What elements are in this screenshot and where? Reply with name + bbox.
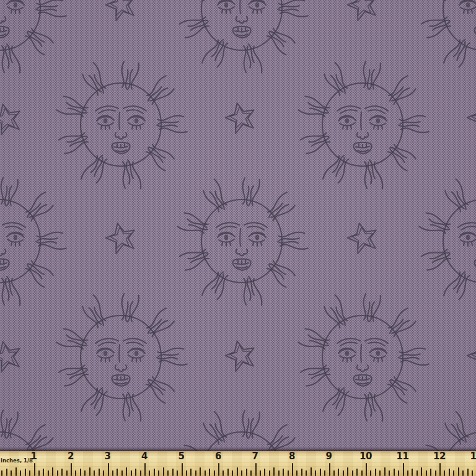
sun-face-motif: [167, 167, 316, 315]
ruler-tick: [260, 470, 261, 476]
star-motif: [104, 0, 138, 22]
star-motif: [345, 221, 380, 255]
ruler-tick: [209, 469, 210, 476]
ruler-tick: [269, 470, 270, 476]
star-motif: [223, 338, 258, 373]
star-motif: [104, 221, 138, 255]
ruler-tick: [154, 469, 155, 476]
ruler-tick: [296, 470, 298, 476]
ruler-tick: [140, 470, 141, 476]
ruler-tick: [200, 467, 201, 476]
ruler-tick: [48, 470, 49, 476]
star-motif: [465, 100, 476, 135]
ruler-tick: [264, 469, 265, 476]
ruler-tick: [343, 470, 344, 476]
ruler-tick: [333, 470, 335, 476]
ruler-tick: [227, 469, 229, 476]
ruler-inch-number: 1: [31, 452, 37, 461]
ruler-tick: [80, 469, 81, 476]
ruler-tick: [435, 470, 436, 476]
ruler-inch-number: 4: [141, 452, 148, 461]
ruler-tick: [278, 470, 280, 476]
ruler-tick: [398, 470, 399, 476]
star-motif: [223, 100, 258, 135]
ruler-tick: [84, 470, 86, 476]
ruler-tick: [301, 469, 302, 476]
ruler-tick: [177, 470, 178, 476]
ruler-tick: [384, 467, 386, 476]
ruler-tick: [25, 469, 26, 476]
star-motif: [345, 0, 380, 22]
ruler-tick: [292, 463, 293, 476]
ruler-tick: [246, 469, 247, 476]
ruler-inch-number: 8: [289, 452, 295, 461]
inch-ruler: inches, 1/8 12345678910111213: [0, 451, 476, 476]
ruler-tick: [29, 470, 30, 476]
ruler-tick: [255, 463, 257, 476]
ruler-tick: [370, 470, 371, 476]
sun-face-motif: [288, 50, 437, 199]
ruler-tick: [389, 470, 390, 476]
ruler-tick: [273, 467, 275, 476]
ruler-tick: [15, 467, 17, 476]
ruler-inch-number: 5: [178, 452, 185, 461]
ruler-inch-number: 11: [397, 452, 409, 461]
sun-face-motif: [46, 50, 195, 199]
ruler-tick: [144, 463, 146, 476]
ruler-inch-number: 12: [433, 452, 446, 461]
ruler-tick: [329, 463, 330, 476]
ruler-tick: [52, 467, 53, 476]
ruler-tick: [375, 469, 376, 476]
ruler-tick: [71, 463, 72, 476]
ruler-tick: [379, 470, 381, 476]
sun-face-motif: [0, 167, 74, 315]
ruler-tick: [315, 470, 316, 476]
ruler-tick: [241, 470, 242, 476]
sun-face-motif: [409, 167, 476, 315]
ruler-tick: [186, 470, 187, 476]
ruler-tick: [416, 470, 418, 476]
ruler-inch-number: 10: [359, 452, 372, 461]
ruler-tick: [444, 470, 445, 476]
ruler-inch-number: 2: [68, 452, 74, 461]
ruler-tick: [6, 469, 7, 476]
fabric-swatch-photo: inches, 1/8 12345678910111213: [0, 0, 476, 476]
ruler-tick: [412, 469, 413, 476]
ruler-tick: [172, 469, 174, 476]
ruler-tick: [421, 467, 422, 476]
ruler-tick: [108, 463, 109, 476]
ruler-tick: [182, 463, 183, 476]
ruler-tick: [472, 470, 473, 476]
ruler-tick: [34, 463, 35, 476]
ruler-tick: [320, 469, 321, 476]
sun-face-motif: [0, 0, 74, 83]
sun-face-motif: [167, 0, 316, 83]
ruler-tick: [449, 469, 450, 476]
star-motif: [465, 338, 476, 373]
ruler-tick: [462, 470, 464, 476]
star-motif: [0, 339, 24, 374]
ruler-tick: [426, 470, 427, 476]
ruler-tick: [453, 470, 454, 476]
ruler-tick: [214, 470, 215, 476]
ruler-tick: [250, 470, 252, 476]
ruler-tick: [195, 470, 196, 476]
ruler-tick: [1, 470, 2, 476]
ruler-tick: [190, 469, 192, 476]
ruler-tick: [61, 469, 63, 476]
ruler-tick: [394, 469, 395, 476]
ruler-tick: [232, 470, 233, 476]
ruler-tick: [149, 470, 150, 476]
ruler-tick: [131, 470, 132, 476]
ruler-tick: [356, 469, 358, 476]
sun-face-motif: [409, 0, 476, 83]
ruler-inch-number: 13: [470, 452, 476, 461]
ruler-tick: [324, 470, 325, 476]
ruler-tick: [347, 467, 348, 476]
ruler-tick: [361, 470, 363, 476]
ruler-tick: [366, 463, 367, 476]
ruler-tick: [11, 470, 12, 476]
ruler-inch-number: 3: [105, 452, 111, 461]
ruler-tick: [467, 469, 469, 476]
ruler-tick: [94, 470, 95, 476]
